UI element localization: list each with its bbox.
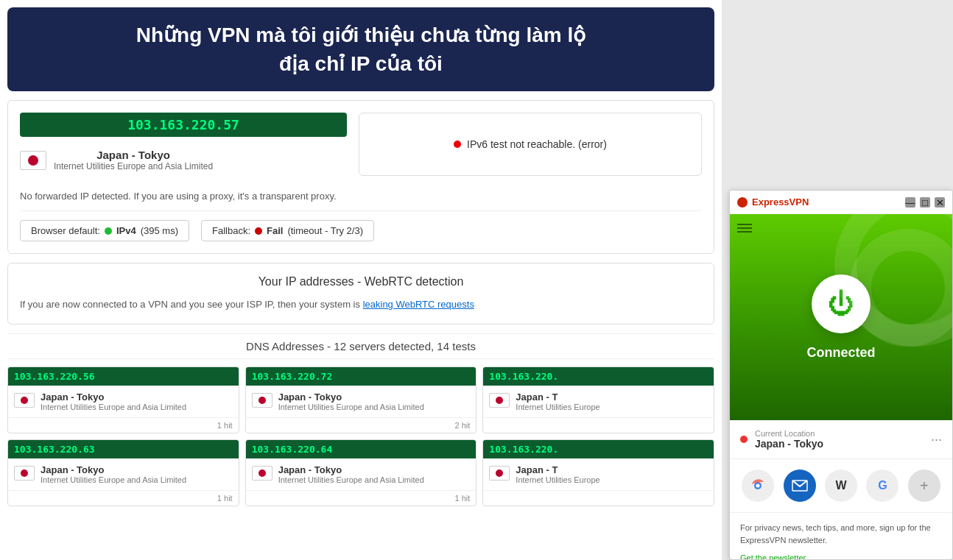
mail-shortcut[interactable] <box>784 469 816 502</box>
dns-city-5: Japan - T <box>516 464 599 475</box>
flag-circle <box>28 155 38 166</box>
google-shortcut[interactable]: G <box>866 469 899 502</box>
wikipedia-shortcut[interactable]: W <box>825 469 857 502</box>
ip-location-row: Japan - Tokyo Internet Utilities Europe … <box>20 144 347 176</box>
dns-grid: 103.163.220.56 Japan - Tokyo Internet Ut… <box>7 366 714 506</box>
dns-flag-3 <box>14 466 35 481</box>
dns-card-1: 103.163.220.72 Japan - Tokyo Internet Ut… <box>245 366 477 433</box>
newsletter-text: For privacy news, tech tips, and more, s… <box>740 522 942 546</box>
webrtc-section: Your IP addresses - WebRTC detection If … <box>7 263 714 325</box>
dns-flag-0 <box>14 393 35 408</box>
header-banner: Những VPN mà tôi giới thiệu chưa từng là… <box>7 7 714 91</box>
dns-card-ip-3: 103.163.220.63 <box>8 440 239 458</box>
dns-flag-4 <box>252 466 272 481</box>
dns-hits-4: 1 hit <box>246 490 476 506</box>
dns-flag-1 <box>252 393 272 408</box>
evpn-body: ⏻ Connected <box>730 214 952 420</box>
ipv4-label: IPv4 <box>116 225 136 236</box>
dns-flag-5 <box>489 466 510 481</box>
dns-card-3: 103.163.220.63 Japan - Tokyo Internet Ut… <box>7 439 239 506</box>
ipv4-ms: (395 ms) <box>141 225 178 236</box>
evpn-shortcuts: W G + <box>730 459 952 513</box>
dns-title: DNS Addresses - 12 servers detected, 14 … <box>7 333 714 359</box>
webrtc-title: Your IP addresses - WebRTC detection <box>20 275 702 288</box>
evpn-logo-dot <box>737 197 748 208</box>
ip-city: Japan - Tokyo <box>54 149 213 161</box>
expressvpn-panel: ExpressVPN — □ ✕ ⏻ Connected Current Loc… <box>729 190 953 560</box>
dns-card-info-2: Japan - T Internet Utilities Europe <box>516 391 599 411</box>
evpn-location-info: Current Location Japan - Tokyo <box>755 429 931 450</box>
fallback-label: Fallback: <box>212 225 250 236</box>
fallback-status: Fail <box>267 225 283 236</box>
dns-isp-3: Internet Utilities Europe and Asia Limit… <box>41 475 186 484</box>
dns-hits-0: 1 hit <box>8 417 239 433</box>
dns-card-body-0: Japan - Tokyo Internet Utilities Europe … <box>8 386 239 417</box>
google-icon: G <box>878 479 887 492</box>
dns-isp-0: Internet Utilities Europe and Asia Limit… <box>41 403 186 411</box>
fallback-detail: (timeout - Try 2/3) <box>287 225 363 236</box>
dns-card-body-1: Japan - Tokyo Internet Utilities Europe … <box>246 386 476 417</box>
dns-flag-2 <box>489 393 510 408</box>
dns-isp-1: Internet Utilities Europe and Asia Limit… <box>278 403 424 411</box>
ipv6-box: IPv6 test not reachable. (error) <box>359 113 702 176</box>
dns-card-body-5: Japan - T Internet Utilities Europe <box>483 458 714 490</box>
dns-city-4: Japan - Tokyo <box>278 464 424 475</box>
connected-label: Connected <box>806 345 875 361</box>
location-value: Japan - Tokyo <box>755 438 931 450</box>
dns-card-ip-4: 103.163.220.64 <box>246 440 476 458</box>
main-content: Những VPN mà tôi giới thiệu chưa từng là… <box>0 0 722 560</box>
dns-isp-4: Internet Utilities Europe and Asia Limit… <box>278 475 424 484</box>
dns-card-5: 103.163.220. Japan - T Internet Utilitie… <box>482 439 714 506</box>
location-label: Current Location <box>755 429 931 438</box>
hamburger-line-3 <box>737 231 752 233</box>
dns-hits-5 <box>483 490 714 497</box>
chrome-shortcut[interactable] <box>742 469 774 502</box>
ip-info-left: 103.163.220.57 Japan - Tokyo Internet Ut… <box>20 113 347 176</box>
ip-location-text: Japan - Tokyo Internet Utilities Europe … <box>54 149 213 171</box>
dns-card-body-4: Japan - Tokyo Internet Utilities Europe … <box>246 458 476 490</box>
dns-city-0: Japan - Tokyo <box>41 391 186 403</box>
dns-card-4: 103.163.220.64 Japan - Tokyo Internet Ut… <box>245 439 477 506</box>
dns-hits-1: 2 hit <box>246 417 476 433</box>
dns-card-ip-5: 103.163.220. <box>483 440 714 458</box>
location-dot <box>740 436 748 443</box>
dns-isp-5: Internet Utilities Europe <box>516 475 599 484</box>
wiki-icon: W <box>835 479 846 492</box>
hamburger-line-2 <box>737 227 752 229</box>
webrtc-leak-link[interactable]: leaking WebRTC requests <box>363 299 474 310</box>
dns-card-info-0: Japan - Tokyo Internet Utilities Europe … <box>41 391 186 411</box>
ip-section: 103.163.220.57 Japan - Tokyo Internet Ut… <box>7 100 714 254</box>
ipv6-text: IPv6 test not reachable. (error) <box>467 138 607 150</box>
ip-tests-row: Browser default: IPv4 (395 ms) Fallback:… <box>20 220 702 241</box>
newsletter-link[interactable]: Get the newsletter <box>740 553 806 560</box>
browser-default-badge: Browser default: IPv4 (395 ms) <box>20 220 189 241</box>
japan-flag <box>20 151 46 170</box>
fallback-red-dot <box>255 227 262 235</box>
dns-card-info-1: Japan - Tokyo Internet Utilities Europe … <box>278 391 424 411</box>
dns-hits-2 <box>483 417 714 424</box>
webrtc-desc: If you are now connected to a VPN and yo… <box>20 297 702 312</box>
dns-card-2: 103.163.220. Japan - T Internet Utilitie… <box>482 366 714 433</box>
dns-card-0: 103.163.220.56 Japan - Tokyo Internet Ut… <box>7 366 239 433</box>
evpn-location-row[interactable]: Current Location Japan - Tokyo ··· <box>730 420 952 459</box>
ip-address-bar: 103.163.220.57 <box>20 113 347 137</box>
evpn-menu-button[interactable] <box>737 221 752 235</box>
evpn-newsletter: For privacy news, tech tips, and more, s… <box>730 513 952 560</box>
dns-city-1: Japan - Tokyo <box>278 391 424 403</box>
ipv6-dot <box>454 141 461 148</box>
dns-section: DNS Addresses - 12 servers detected, 14 … <box>7 333 714 506</box>
add-shortcut-button[interactable]: + <box>908 469 940 502</box>
fallback-badge: Fallback: Fail (timeout - Try 2/3) <box>201 220 374 241</box>
page-title: Những VPN mà tôi giới thiệu chưa từng là… <box>25 21 697 78</box>
no-forwarded-text: No forwarded IP detected. If you are usi… <box>20 186 702 211</box>
ip-address: 103.163.220.57 <box>127 117 239 132</box>
hamburger-line-1 <box>737 224 752 225</box>
dns-card-ip-2: 103.163.220. <box>483 367 714 386</box>
dns-city-2: Japan - T <box>516 391 599 403</box>
dns-card-body-2: Japan - T Internet Utilities Europe <box>483 386 714 417</box>
ip-isp: Internet Utilities Europe and Asia Limit… <box>54 161 213 171</box>
dns-hits-3: 1 hit <box>8 490 239 506</box>
location-more-button[interactable]: ··· <box>931 432 942 447</box>
dns-card-info-5: Japan - T Internet Utilities Europe <box>516 464 599 484</box>
dns-card-ip-0: 103.163.220.56 <box>8 367 239 386</box>
